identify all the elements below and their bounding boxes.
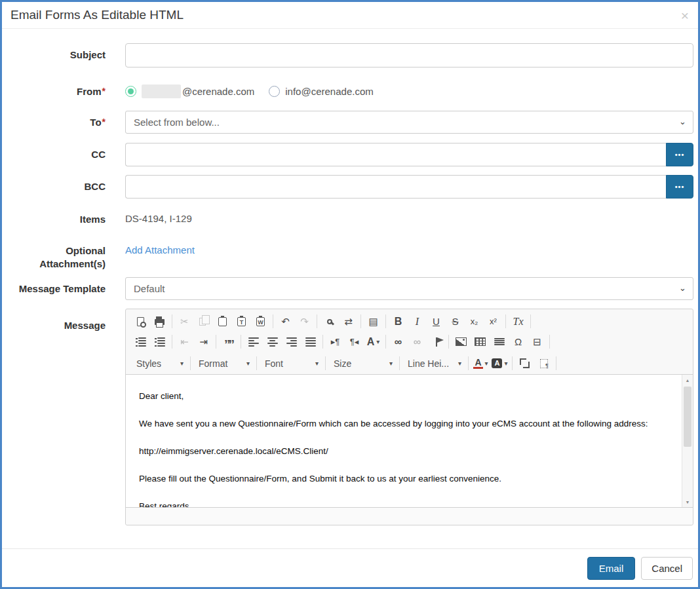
add-attachment-link[interactable]: Add Attachment	[125, 240, 195, 256]
scroll-up-icon[interactable]: ▲	[682, 375, 693, 385]
preview-icon	[137, 317, 144, 326]
page-break-button[interactable]: ⊟	[528, 333, 547, 351]
preview-button[interactable]	[131, 313, 150, 330]
scrollbar[interactable]: ▲ ▼	[682, 375, 693, 507]
caret-down-icon: ▾	[504, 360, 507, 367]
to-label: To	[90, 117, 101, 128]
paste-text-button[interactable]	[232, 313, 251, 330]
remove-format-button[interactable]: Tx	[509, 313, 528, 330]
align-center-icon	[267, 337, 278, 347]
replace-button[interactable]: ⇄	[339, 313, 358, 330]
find-button[interactable]	[320, 313, 339, 330]
insert-image-button[interactable]	[452, 333, 471, 351]
toolbar-separator	[241, 335, 241, 349]
toolbar-separator	[325, 356, 326, 370]
cc-input[interactable]	[125, 143, 666, 166]
close-icon[interactable]: ×	[681, 9, 689, 22]
paste-from-word-button[interactable]	[251, 313, 270, 330]
numbered-list-button[interactable]	[131, 333, 150, 351]
undo-icon: ↶	[281, 316, 290, 326]
select-all-button[interactable]: ▤	[364, 313, 383, 330]
cancel-button[interactable]: Cancel	[641, 557, 693, 580]
cc-row: CC •••	[2, 143, 693, 166]
blockquote-button[interactable]: ””	[219, 333, 238, 351]
template-select-value: Default	[134, 283, 165, 294]
remove-link-button: ∞	[408, 333, 427, 351]
toolbar-separator	[172, 314, 172, 328]
bcc-lookup-button[interactable]: •••	[666, 175, 693, 199]
size-dropdown[interactable]: Size▾	[328, 355, 397, 372]
caret-down-icon: ▾	[315, 360, 319, 367]
bulleted-list-button[interactable]	[150, 333, 169, 351]
to-select[interactable]: Select from below... ⌄	[125, 111, 693, 134]
toolbar-separator	[385, 335, 386, 349]
underline-button[interactable]: U	[427, 313, 446, 330]
message-template-select[interactable]: Default ⌄	[125, 277, 693, 300]
strikethrough-button[interactable]: S	[446, 313, 465, 330]
print-button[interactable]	[150, 313, 169, 330]
format-dropdown[interactable]: Format▾	[193, 355, 254, 372]
text-direction-ltr-button[interactable]: ▸¶	[326, 333, 345, 351]
message-body[interactable]: Dear client,We have sent you a new Quest…	[126, 375, 693, 507]
italic-button[interactable]: I	[408, 313, 427, 330]
align-center-button[interactable]	[263, 333, 282, 351]
bcc-label: BCC	[2, 175, 106, 199]
caret-down-icon: ▾	[458, 360, 461, 367]
ellipsis-icon: •••	[675, 151, 685, 159]
align-justify-button[interactable]	[301, 333, 320, 351]
background-color-button[interactable]: A▾	[490, 355, 509, 372]
special-character-button[interactable]: Ω	[509, 333, 528, 351]
anchor-button[interactable]	[427, 333, 446, 351]
copy-icon	[199, 318, 206, 326]
subscript-button[interactable]: x₂	[465, 313, 484, 330]
subject-input[interactable]	[125, 43, 693, 67]
undo-button[interactable]: ↶	[276, 313, 295, 330]
styles-dropdown[interactable]: Styles▾	[131, 355, 187, 372]
toolbar-separator	[322, 335, 323, 349]
toolbar-separator	[360, 314, 361, 328]
bcc-input[interactable]	[125, 175, 666, 199]
align-right-button[interactable]	[282, 333, 301, 351]
message-paragraph: Please fill out the Questionnaire/Form, …	[139, 473, 664, 485]
scrollbar-thumb[interactable]	[684, 387, 691, 447]
show-blocks-button[interactable]	[534, 355, 553, 372]
select-all-icon: ▤	[368, 316, 378, 326]
toolbar-separator	[505, 314, 506, 328]
superscript-icon: x²	[490, 317, 497, 326]
insert-link-button[interactable]: ∞	[389, 333, 408, 351]
toolbar-separator	[256, 356, 257, 370]
scroll-down-icon[interactable]: ▼	[682, 497, 693, 507]
toolbar-separator	[399, 356, 400, 370]
email-button[interactable]: Email	[587, 557, 636, 580]
superscript-button[interactable]: x²	[484, 313, 503, 330]
from-radio-unselected[interactable]	[269, 86, 280, 97]
text-direction-rtl-button[interactable]: ¶◂	[345, 333, 364, 351]
font-dropdown[interactable]: Font▾	[260, 355, 322, 372]
font-dropdown-label: Font	[265, 358, 283, 369]
line-height-dropdown[interactable]: Line Hei...▾	[402, 355, 465, 372]
toolbar-separator	[317, 314, 317, 328]
text-direction-rtl-icon: ¶◂	[350, 337, 359, 346]
insert-table-button[interactable]	[471, 333, 490, 351]
cc-lookup-button[interactable]: •••	[666, 143, 693, 166]
align-left-button[interactable]	[244, 333, 263, 351]
toolbar-separator	[468, 356, 469, 370]
maximize-button[interactable]	[515, 355, 534, 372]
paste-button[interactable]	[213, 313, 232, 330]
text-color-button[interactable]: A▾	[471, 355, 490, 372]
toolbar-separator	[512, 356, 513, 370]
replace-icon: ⇄	[344, 316, 353, 326]
ellipsis-icon: •••	[675, 183, 685, 191]
subscript-icon: x₂	[471, 317, 478, 326]
horizontal-rule-button[interactable]	[490, 333, 509, 351]
increase-indent-button[interactable]: ⇥	[194, 333, 213, 351]
bulleted-list-icon	[155, 337, 165, 347]
size-dropdown-label: Size	[334, 358, 351, 369]
toolbar-separator	[385, 314, 386, 328]
caret-down-icon: ▾	[389, 360, 393, 367]
chevron-down-icon: ⌄	[679, 283, 686, 293]
bold-button[interactable]: B	[389, 313, 408, 330]
from-radio-selected[interactable]	[125, 86, 136, 97]
from-option-1-label: @cerenade.com	[182, 86, 254, 97]
language-button[interactable]: A▾	[364, 333, 383, 351]
